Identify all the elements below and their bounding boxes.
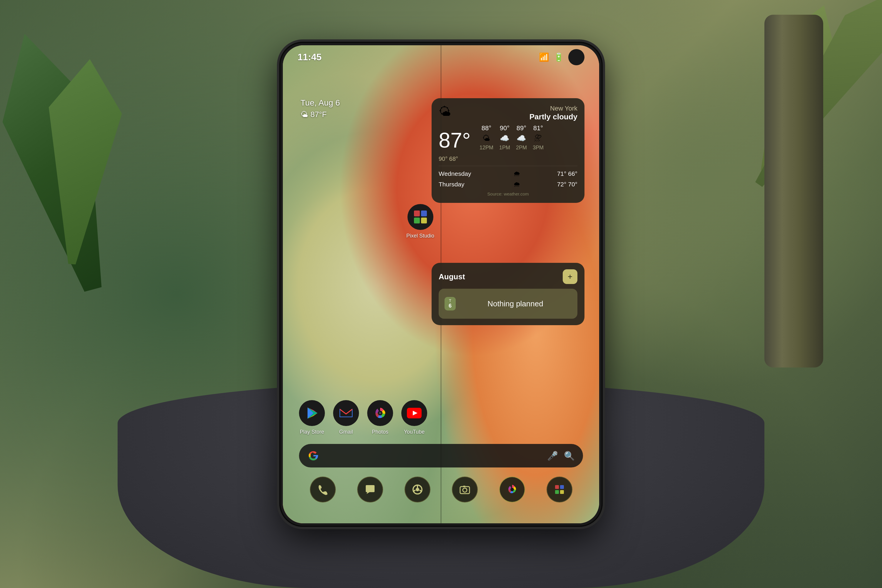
- weather-header: 🌤 New York Partly cloudy: [439, 105, 578, 122]
- weather-main-icon: 🌤: [439, 105, 451, 119]
- hourly-time-3: 3PM: [533, 145, 544, 151]
- weather-small: 🌤 87°F: [300, 110, 340, 119]
- svg-point-11: [379, 412, 381, 414]
- dock-photos[interactable]: [499, 477, 525, 502]
- weather-location: New York Partly cloudy: [530, 105, 578, 122]
- city-name: New York: [530, 105, 578, 112]
- status-bar: 11:45 📶 🔋: [283, 45, 599, 69]
- svg-point-20: [463, 488, 467, 492]
- front-camera: [568, 49, 585, 65]
- svg-rect-25: [560, 485, 564, 489]
- dock-phone[interactable]: [310, 477, 336, 502]
- photos-label: Photos: [372, 429, 388, 435]
- weather-small-icon: 🌤: [300, 110, 308, 119]
- svg-rect-26: [555, 490, 559, 494]
- battery-icon: 🔋: [554, 52, 564, 62]
- hourly-item: 81° ⛈ 3PM: [533, 124, 544, 151]
- voice-search-icon[interactable]: 🎤: [547, 451, 558, 461]
- phone-icon: [317, 484, 329, 495]
- search-bar[interactable]: 🎤 🔍: [299, 444, 583, 468]
- temp-range: 90° 68°: [439, 156, 578, 162]
- hourly-icon-1: ☁️: [500, 134, 509, 143]
- calendar-month: August: [439, 272, 465, 281]
- daily-forecast: Wednesday 🌧 71° 66° Thursday 🌧 72° 70°: [439, 170, 578, 189]
- weather-widget[interactable]: 🌤 New York Partly cloudy 87° 88° 🌤 12PM: [432, 98, 585, 203]
- hourly-temp-0: 88°: [482, 124, 491, 132]
- phone-device: 11:45 📶 🔋 Tue, Aug 6 🌤 87°F 🌤: [279, 42, 603, 527]
- app-grid: Play Store Gmail: [299, 400, 427, 435]
- pixel-studio-icon: [408, 204, 434, 230]
- weather-divider: [439, 166, 578, 166]
- pixel-studio-svg: [412, 208, 429, 226]
- pixel-studio-app[interactable]: Pixel Studio: [406, 204, 434, 239]
- calendar-day-badge: T 6: [444, 297, 456, 310]
- calendar-header: August +: [439, 269, 578, 284]
- calendar-day-letter: T: [449, 298, 451, 303]
- gmail-app[interactable]: Gmail: [333, 400, 359, 435]
- hourly-time-2: 2PM: [516, 145, 527, 151]
- play-store-icon: [299, 400, 325, 426]
- photos-icon: [367, 400, 393, 426]
- pixel-studio-dock-icon: [554, 484, 566, 495]
- hourly-icon-2: ☁️: [516, 134, 526, 143]
- hourly-item: 89° ☁️ 2PM: [516, 124, 527, 151]
- search-icons: 🎤 🔍: [547, 451, 575, 461]
- scene: 11:45 📶 🔋 Tue, Aug 6 🌤 87°F 🌤: [0, 0, 882, 588]
- status-time: 11:45: [297, 52, 322, 63]
- hourly-item: 90° ☁️ 1PM: [499, 124, 510, 151]
- play-store-svg: [305, 406, 319, 420]
- dock-pixel-studio[interactable]: [546, 477, 572, 502]
- dock-camera[interactable]: [452, 477, 478, 502]
- svg-rect-27: [560, 490, 564, 494]
- dock-chrome[interactable]: [405, 477, 430, 502]
- hourly-forecast: 88° 🌤 12PM 90° ☁️ 1PM 89° ☁️ 2PM: [480, 124, 578, 151]
- play-store-app[interactable]: Play Store: [299, 400, 325, 435]
- svg-rect-4: [421, 218, 427, 224]
- photos-dock-icon: [506, 484, 518, 495]
- svg-rect-24: [555, 485, 559, 489]
- weather-source: Source: weather.com: [439, 191, 578, 196]
- date-widget: Tue, Aug 6 🌤 87°F: [300, 98, 340, 119]
- youtube-label: YouTube: [404, 429, 425, 435]
- google-logo: [307, 450, 320, 462]
- daily-temps-thu: 72° 70°: [557, 181, 578, 188]
- hourly-temp-3: 81°: [533, 124, 543, 132]
- daily-row-wed: Wednesday 🌧 71° 66°: [439, 170, 578, 178]
- youtube-app[interactable]: YouTube: [401, 400, 427, 435]
- weather-condition: Partly cloudy: [530, 112, 578, 122]
- calendar-day-number: 6: [448, 303, 452, 309]
- calendar-widget[interactable]: August + T 6 Nothing planned: [432, 263, 585, 325]
- photos-svg: [374, 406, 387, 420]
- svg-rect-1: [414, 210, 420, 216]
- wifi-icon: 📶: [539, 52, 549, 62]
- lens-search-icon[interactable]: 🔍: [564, 451, 575, 461]
- hourly-temp-2: 89°: [516, 124, 526, 132]
- current-temp: 87°: [439, 130, 471, 151]
- hourly-icon-0: 🌤: [483, 134, 490, 143]
- nothing-planned-text: Nothing planned: [459, 299, 572, 308]
- svg-rect-3: [414, 218, 420, 224]
- hourly-temp-1: 90°: [500, 124, 510, 132]
- dock-messages[interactable]: [357, 477, 383, 502]
- add-event-button[interactable]: +: [563, 269, 578, 284]
- youtube-svg: [407, 408, 422, 418]
- dock: [299, 473, 583, 506]
- photos-app[interactable]: Photos: [367, 400, 393, 435]
- svg-rect-2: [421, 210, 427, 216]
- gmail-icon: [333, 400, 359, 426]
- phone-screen: 11:45 📶 🔋 Tue, Aug 6 🌤 87°F 🌤: [283, 45, 599, 524]
- play-store-label: Play Store: [300, 429, 324, 435]
- pixel-studio-label: Pixel Studio: [406, 233, 434, 239]
- google-g-svg: [308, 450, 319, 461]
- date-label: Tue, Aug 6: [300, 98, 340, 108]
- messages-icon: [364, 484, 376, 495]
- day-name-wed: Wednesday: [439, 170, 477, 177]
- weather-small-temp: 87°F: [310, 110, 327, 119]
- daily-row-thu: Thursday 🌧 72° 70°: [439, 180, 578, 189]
- svg-point-22: [510, 488, 514, 491]
- hourly-time-1: 1PM: [499, 145, 510, 151]
- svg-point-15: [416, 488, 419, 491]
- chrome-icon: [412, 484, 423, 495]
- hourly-icon-3: ⛈: [534, 134, 542, 143]
- tree-trunk: [764, 15, 823, 368]
